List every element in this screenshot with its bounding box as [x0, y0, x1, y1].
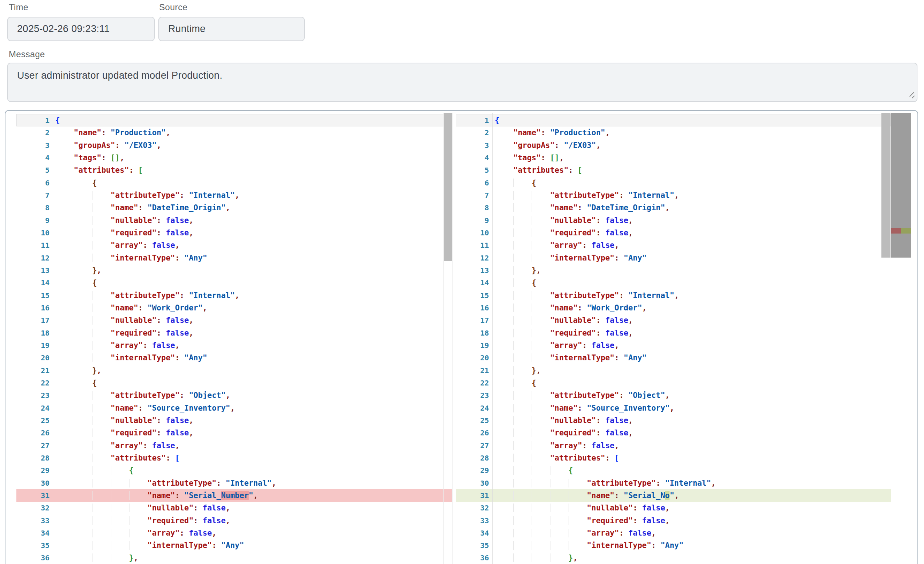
line-number: 8 — [16, 202, 53, 214]
line-number: 31 — [456, 489, 492, 502]
code-text: "internalType": "Any" — [492, 539, 683, 552]
diff-viewer: 1{2"name": "Production",3"groupAs": "/EX… — [5, 110, 918, 564]
code-line: 25 "nullable": false, — [16, 414, 453, 427]
code-line: 29 { — [456, 464, 891, 477]
line-number: 25 — [456, 414, 492, 427]
original-editor[interactable]: 1{2"name": "Production",3"groupAs": "/EX… — [16, 114, 453, 564]
line-number: 4 — [456, 152, 492, 164]
code-line: 5"attributes": [ — [456, 164, 891, 176]
line-number: 16 — [456, 302, 492, 314]
line-number: 5 — [456, 164, 492, 176]
code-line: 13 }, — [456, 264, 891, 277]
code-text: "internalType": "Any" — [53, 539, 244, 552]
code-text: "array": false, — [53, 439, 180, 452]
code-line: 10 "required": false, — [16, 227, 453, 239]
diff-overview-ruler[interactable] — [891, 113, 911, 564]
code-line: 28 "attributes": [ — [456, 452, 891, 464]
line-number: 5 — [16, 164, 53, 176]
line-number: 27 — [16, 439, 53, 452]
code-line: 20 "internalType": "Any" — [16, 352, 453, 364]
code-text: "required": false, — [492, 427, 633, 439]
code-text: "groupAs": "/EX03", — [53, 139, 161, 152]
left-scrollbar-thumb[interactable] — [444, 113, 452, 261]
code-text: }, — [492, 364, 541, 377]
line-number: 22 — [456, 377, 492, 389]
code-line: 9 "nullable": false, — [456, 214, 891, 227]
code-text: "name": "Production", — [492, 126, 610, 139]
message-label: Message — [9, 49, 45, 59]
source-label: Source — [159, 2, 188, 12]
left-scrollbar-track[interactable] — [443, 113, 453, 564]
code-text: "attributeType": "Object", — [53, 389, 230, 402]
code-line: 12 "internalType": "Any" — [456, 252, 891, 264]
line-number: 8 — [456, 202, 492, 214]
code-line: 28 "attributes": [ — [16, 452, 453, 464]
code-line: 26 "required": false, — [456, 427, 891, 439]
code-text: "name": "Production", — [53, 126, 170, 139]
code-text: "attributeType": "Object", — [492, 389, 669, 402]
code-line: 22 { — [456, 377, 891, 389]
line-number: 33 — [456, 514, 492, 527]
line-number: 18 — [16, 327, 53, 339]
line-number: 35 — [16, 539, 53, 552]
code-text: "nullable": false, — [492, 502, 669, 514]
line-number: 34 — [16, 527, 53, 539]
line-number: 17 — [456, 314, 492, 326]
code-line: 1{ — [16, 114, 453, 126]
line-number: 26 — [456, 427, 492, 439]
code-line: 2"name": "Production", — [456, 126, 891, 139]
source-input[interactable] — [158, 17, 305, 41]
line-number: 12 — [16, 252, 53, 264]
line-number: 2 — [16, 126, 53, 139]
code-line: 18 "required": false, — [16, 327, 453, 339]
code-line: 17 "nullable": false, — [456, 314, 891, 326]
modified-editor[interactable]: 1{2"name": "Production",3"groupAs": "/EX… — [456, 114, 891, 564]
line-number: 36 — [456, 552, 492, 564]
code-text: "internalType": "Any" — [53, 352, 207, 364]
code-text: "required": false, — [53, 227, 194, 239]
line-number: 17 — [16, 314, 53, 326]
message-textarea[interactable]: User administrator updated model Product… — [7, 63, 918, 102]
line-number: 9 — [16, 214, 53, 227]
code-line: 15 "attributeType": "Internal", — [16, 289, 453, 302]
code-text: "name": "Work_Order", — [492, 302, 646, 314]
code-text: "name": "Serial_Number", — [53, 489, 258, 502]
code-text: "internalType": "Any" — [53, 252, 207, 264]
code-line: 24 "name": "Source_Inventory", — [16, 402, 453, 414]
code-line: 31 "name": "Serial_No", — [456, 489, 891, 502]
line-number: 29 — [16, 464, 53, 477]
code-text: { — [492, 377, 536, 389]
line-number: 29 — [456, 464, 492, 477]
line-number: 7 — [16, 189, 53, 202]
line-number: 6 — [456, 177, 492, 189]
code-line: 32 "nullable": false, — [16, 502, 453, 514]
line-number: 25 — [16, 414, 53, 427]
code-line: 31 "name": "Serial_Number", — [16, 489, 453, 502]
message-text: User administrator updated model Product… — [17, 69, 222, 81]
code-text: { — [53, 114, 60, 126]
code-text: "name": "DateTime_Origin", — [53, 202, 230, 214]
code-line: 26 "required": false, — [16, 427, 453, 439]
code-text: { — [492, 114, 500, 126]
code-text: { — [53, 464, 134, 477]
line-number: 32 — [456, 502, 492, 514]
resize-grip-icon[interactable] — [906, 91, 916, 101]
code-line: 21 }, — [456, 364, 891, 377]
line-number: 23 — [456, 389, 492, 402]
code-text: "array": false, — [492, 527, 656, 539]
code-line: 33 "required": false, — [456, 514, 891, 527]
code-text: "array": false, — [492, 239, 619, 251]
overview-viewport-indicator — [891, 113, 911, 257]
time-input[interactable] — [7, 17, 155, 41]
code-text: "attributes": [ — [492, 452, 619, 464]
line-number: 26 — [16, 427, 53, 439]
code-text: { — [492, 464, 573, 477]
line-number: 30 — [16, 477, 53, 489]
code-line: 7 "attributeType": "Internal", — [456, 189, 891, 202]
line-number: 23 — [16, 389, 53, 402]
line-number: 35 — [456, 539, 492, 552]
code-line: 15 "attributeType": "Internal", — [456, 289, 891, 302]
code-text: "attributeType": "Internal", — [492, 189, 679, 202]
right-scrollbar-thumb[interactable] — [881, 113, 891, 257]
line-number: 14 — [456, 277, 492, 289]
